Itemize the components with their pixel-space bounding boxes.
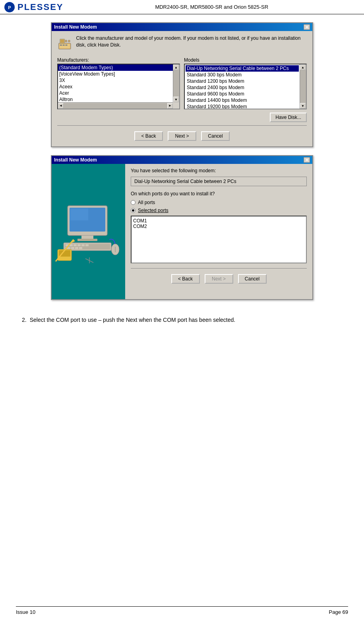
- manufacturers-listbox[interactable]: (Standard Modem Types) [VoiceView Modem …: [57, 64, 180, 109]
- selected-ports-option[interactable]: Selected ports: [131, 208, 307, 213]
- model-item-6[interactable]: Standard 19200 bps Modem: [186, 103, 299, 109]
- models-scroll-up[interactable]: ▲: [300, 64, 306, 70]
- svg-rect-27: [75, 247, 78, 249]
- manufacturers-hscroll-track: [64, 103, 167, 109]
- manufacturers-scroll-down[interactable]: ▼: [173, 97, 179, 102]
- svg-rect-26: [71, 247, 74, 249]
- dialog2-back-button[interactable]: < Back: [171, 274, 200, 284]
- manufacturers-scroll-up[interactable]: ▲: [173, 64, 179, 70]
- dialog1: Install New Modem ✕ Click the manufactur…: [51, 22, 313, 147]
- page-footer: Issue 10 Page 69: [16, 606, 348, 615]
- manufacturers-hscroll-left[interactable]: ◄: [58, 103, 64, 109]
- page-header: P PLESSEY MDR2400-SR, MDR5800-SR and Ori…: [0, 0, 364, 14]
- svg-point-7: [68, 40, 70, 42]
- port-item-com2[interactable]: COM2: [133, 224, 304, 229]
- dialog2-body: You have selected the following modem: D…: [52, 164, 312, 299]
- svg-rect-9: [63, 45, 65, 46]
- ports-listbox[interactable]: COM1 COM2: [131, 216, 307, 263]
- dialog2: Install New Modem ✕: [51, 155, 313, 300]
- dialog1-instruction-text: Click the manufacturer and model of your…: [76, 35, 307, 49]
- model-item-3[interactable]: Standard 2400 bps Modem: [186, 84, 299, 91]
- dialog1-next-button[interactable]: Next >: [168, 131, 196, 141]
- manufacturers-hscrollbar[interactable]: ◄ ►: [58, 102, 173, 109]
- manufacturer-item-5[interactable]: Alltron: [58, 96, 173, 102]
- model-item-2[interactable]: Standard 1200 bps Modem: [186, 78, 299, 84]
- dialog2-cancel-button[interactable]: Cancel: [238, 274, 267, 284]
- dialog2-image-area: [52, 164, 125, 299]
- dialog1-close-button[interactable]: ✕: [304, 24, 310, 30]
- all-ports-option[interactable]: All ports: [131, 200, 307, 205]
- manufacturer-item-0[interactable]: (Standard Modem Types): [58, 64, 173, 71]
- dialog1-titlebar: Install New Modem ✕: [52, 23, 312, 31]
- have-disk-button[interactable]: Have Disk...: [270, 113, 307, 122]
- all-ports-radio[interactable]: [131, 200, 136, 205]
- manufacturers-list-inner: (Standard Modem Types) [VoiceView Modem …: [58, 64, 173, 102]
- dialog1-cancel-button[interactable]: Cancel: [201, 131, 230, 141]
- all-ports-label: All ports: [138, 200, 155, 205]
- dialog1-instruction-row: Click the manufacturer and model of your…: [57, 35, 307, 53]
- model-item-5[interactable]: Standard 14400 bps Modem: [186, 97, 299, 103]
- svg-rect-10: [65, 45, 67, 46]
- manufacturers-hscroll-right[interactable]: ►: [167, 103, 173, 109]
- dialog2-selected-text: You have selected the following modem:: [131, 168, 307, 173]
- svg-rect-21: [74, 244, 77, 246]
- model-item-1[interactable]: Standard 300 bps Modem: [186, 72, 299, 78]
- manufacturer-item-3[interactable]: Aceex: [58, 84, 173, 90]
- manufacturer-item-1[interactable]: [VoiceView Modem Types]: [58, 71, 173, 77]
- separator1: [57, 125, 307, 126]
- model-item-4[interactable]: Standard 9600 bps Modem: [186, 91, 299, 97]
- dialog2-title: Install New Modem: [54, 157, 97, 163]
- scrollbar-corner: [173, 102, 179, 109]
- svg-rect-5: [61, 40, 64, 43]
- dialog1-lists: Manufacturers: (Standard Modem Types) [V…: [57, 57, 307, 109]
- header-title: MDR2400-SR, MDR5800-SR and Orion 5825-SR: [63, 4, 360, 10]
- models-scroll-track: [300, 70, 306, 103]
- svg-rect-15: [81, 236, 93, 239]
- manufacturer-item-4[interactable]: Acer: [58, 90, 173, 96]
- models-section: Models Dial-Up Networking Serial Cable b…: [184, 57, 307, 109]
- dialog1-buttons: < Back Next > Cancel: [57, 129, 307, 142]
- dialog1-title: Install New Modem: [54, 24, 97, 30]
- svg-rect-24: [85, 244, 89, 246]
- dialog2-port-question: On which ports do you want to install it…: [131, 191, 307, 197]
- logo-text: PLESSEY: [17, 2, 63, 12]
- manufacturers-vscrollbar[interactable]: ▲ ▼: [173, 64, 179, 102]
- dialog2-modem-name: Dial-Up Networking Serial Cable between …: [131, 177, 307, 186]
- instruction-item-2: 2. Select the COM port to use – push the…: [22, 316, 348, 324]
- dialog2-buttons: < Back Next > Cancel: [131, 272, 307, 285]
- model-item-0[interactable]: Dial-Up Networking Serial Cable between …: [186, 65, 299, 72]
- have-disk-row: Have Disk...: [57, 113, 307, 122]
- dialog2-next-button[interactable]: Next >: [205, 274, 233, 284]
- models-listbox[interactable]: Dial-Up Networking Serial Cable between …: [184, 64, 307, 109]
- manufacturers-section: Manufacturers: (Standard Modem Types) [V…: [57, 57, 180, 109]
- models-scroll-down[interactable]: ▼: [300, 103, 306, 109]
- main-content: Install New Modem ✕ Click the manufactur…: [0, 14, 364, 312]
- modem-icon: [57, 35, 72, 53]
- svg-rect-16: [77, 239, 97, 241]
- models-vscrollbar[interactable]: ▲ ▼: [300, 64, 306, 109]
- instruction-area: 2. Select the COM port to use – push the…: [0, 312, 364, 328]
- plessey-logo-icon: P: [4, 2, 15, 13]
- port-item-com1[interactable]: COM1: [133, 218, 304, 224]
- dialog1-back-button[interactable]: < Back: [134, 131, 163, 141]
- models-list-inner: Dial-Up Networking Serial Cable between …: [185, 64, 300, 109]
- manufacturers-label: Manufacturers:: [57, 57, 180, 63]
- dialog2-close-button[interactable]: ✕: [304, 157, 310, 163]
- svg-rect-14: [70, 208, 88, 220]
- footer-left: Issue 10: [16, 609, 35, 615]
- manufacturer-item-2[interactable]: 3X: [58, 77, 173, 84]
- computer-illustration: [54, 200, 123, 263]
- models-label: Models: [184, 57, 307, 63]
- svg-rect-22: [77, 244, 81, 246]
- svg-rect-8: [60, 45, 62, 46]
- instruction-text: Select the COM port to use – push the Ne…: [30, 316, 236, 324]
- svg-rect-23: [81, 244, 85, 246]
- dialog2-right-panel: You have selected the following modem: D…: [125, 164, 312, 299]
- separator2: [131, 268, 307, 269]
- selected-ports-radio[interactable]: [131, 208, 136, 213]
- svg-rect-28: [79, 247, 82, 249]
- instruction-number: 2.: [22, 316, 27, 324]
- svg-point-6: [65, 40, 67, 42]
- footer-right: Page 69: [329, 609, 348, 615]
- selected-ports-label: Selected ports: [138, 208, 168, 213]
